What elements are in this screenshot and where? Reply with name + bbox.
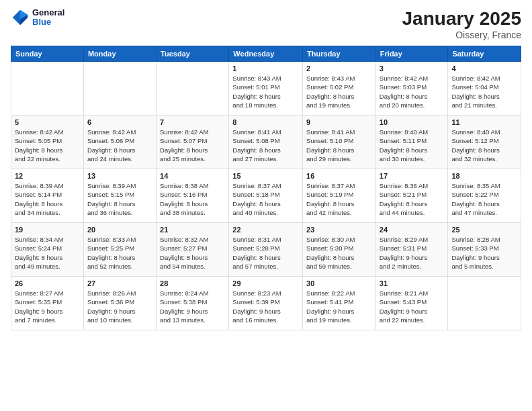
calendar-cell: 30Sunrise: 8:22 AM Sunset: 5:41 PM Dayli… [303, 277, 376, 330]
calendar-cell: 28Sunrise: 8:24 AM Sunset: 5:38 PM Dayli… [157, 277, 229, 330]
weekday-row: SundayMondayTuesdayWednesdayThursdayFrid… [11, 46, 521, 62]
calendar-table: SundayMondayTuesdayWednesdayThursdayFrid… [11, 46, 521, 330]
calendar-week-row: 1Sunrise: 8:43 AM Sunset: 5:01 PM Daylig… [11, 62, 521, 116]
day-detail: Sunrise: 8:40 AM Sunset: 5:12 PM Dayligh… [451, 128, 517, 163]
weekday-header: Sunday [11, 46, 84, 62]
calendar-cell: 8Sunrise: 8:41 AM Sunset: 5:08 PM Daylig… [229, 116, 303, 169]
day-detail: Sunrise: 8:43 AM Sunset: 5:01 PM Dayligh… [232, 74, 299, 109]
day-number: 23 [306, 226, 372, 234]
day-detail: Sunrise: 8:33 AM Sunset: 5:25 PM Dayligh… [87, 235, 152, 271]
calendar-cell: 4Sunrise: 8:42 AM Sunset: 5:04 PM Daylig… [448, 62, 521, 116]
day-detail: Sunrise: 8:42 AM Sunset: 5:04 PM Dayligh… [451, 74, 517, 109]
day-number: 17 [380, 172, 445, 180]
calendar-cell: 12Sunrise: 8:39 AM Sunset: 5:14 PM Dayli… [11, 169, 84, 223]
logo: General Blue [11, 8, 64, 28]
day-number: 14 [160, 172, 225, 180]
day-detail: Sunrise: 8:28 AM Sunset: 5:33 PM Dayligh… [451, 235, 517, 271]
calendar-cell: 5Sunrise: 8:42 AM Sunset: 5:05 PM Daylig… [11, 116, 84, 169]
day-number: 7 [160, 118, 225, 126]
day-detail: Sunrise: 8:23 AM Sunset: 5:39 PM Dayligh… [232, 289, 299, 324]
calendar-week-row: 19Sunrise: 8:34 AM Sunset: 5:24 PM Dayli… [11, 223, 521, 277]
day-detail: Sunrise: 8:36 AM Sunset: 5:21 PM Dayligh… [380, 181, 445, 217]
day-detail: Sunrise: 8:26 AM Sunset: 5:36 PM Dayligh… [87, 289, 152, 324]
day-detail: Sunrise: 8:42 AM Sunset: 5:07 PM Dayligh… [160, 128, 225, 163]
calendar-cell: 29Sunrise: 8:23 AM Sunset: 5:39 PM Dayli… [229, 277, 303, 330]
day-detail: Sunrise: 8:41 AM Sunset: 5:10 PM Dayligh… [306, 128, 372, 163]
day-number: 13 [87, 172, 152, 180]
calendar-cell: 26Sunrise: 8:27 AM Sunset: 5:35 PM Dayli… [11, 277, 84, 330]
day-number: 2 [306, 64, 372, 73]
day-number: 27 [87, 279, 152, 287]
calendar-cell: 19Sunrise: 8:34 AM Sunset: 5:24 PM Dayli… [11, 223, 84, 277]
day-number: 29 [232, 279, 299, 287]
day-number: 31 [380, 279, 445, 287]
header: General Blue January 2025 Oissery, Franc… [11, 8, 521, 40]
day-number: 28 [160, 279, 225, 287]
calendar-cell: 22Sunrise: 8:31 AM Sunset: 5:28 PM Dayli… [229, 223, 303, 277]
day-number: 6 [87, 118, 152, 126]
day-number: 20 [87, 226, 152, 234]
weekday-header: Wednesday [229, 46, 303, 62]
day-detail: Sunrise: 8:43 AM Sunset: 5:02 PM Dayligh… [306, 74, 372, 109]
calendar-cell: 10Sunrise: 8:40 AM Sunset: 5:11 PM Dayli… [375, 116, 448, 169]
day-detail: Sunrise: 8:32 AM Sunset: 5:27 PM Dayligh… [160, 235, 225, 271]
logo-line1: General [32, 8, 64, 17]
calendar-cell: 6Sunrise: 8:42 AM Sunset: 5:06 PM Daylig… [83, 116, 156, 169]
day-number: 3 [380, 64, 445, 73]
day-detail: Sunrise: 8:21 AM Sunset: 5:43 PM Dayligh… [380, 289, 445, 324]
day-detail: Sunrise: 8:24 AM Sunset: 5:38 PM Dayligh… [160, 289, 225, 324]
day-detail: Sunrise: 8:37 AM Sunset: 5:18 PM Dayligh… [232, 181, 299, 217]
calendar-cell: 16Sunrise: 8:37 AM Sunset: 5:19 PM Dayli… [303, 169, 376, 223]
calendar-cell: 9Sunrise: 8:41 AM Sunset: 5:10 PM Daylig… [303, 116, 376, 169]
day-number: 11 [451, 118, 517, 126]
day-detail: Sunrise: 8:22 AM Sunset: 5:41 PM Dayligh… [306, 289, 372, 324]
day-number: 12 [15, 172, 80, 180]
day-number: 22 [232, 226, 299, 234]
calendar-cell [157, 62, 229, 116]
day-number: 10 [380, 118, 445, 126]
calendar-cell: 20Sunrise: 8:33 AM Sunset: 5:25 PM Dayli… [83, 223, 156, 277]
weekday-header: Tuesday [157, 46, 229, 62]
day-detail: Sunrise: 8:34 AM Sunset: 5:24 PM Dayligh… [15, 235, 80, 271]
day-number: 30 [306, 279, 372, 287]
logo-text: General Blue [32, 8, 64, 28]
page: General Blue January 2025 Oissery, Franc… [0, 0, 532, 411]
calendar-cell: 2Sunrise: 8:43 AM Sunset: 5:02 PM Daylig… [303, 62, 376, 116]
day-number: 8 [232, 118, 299, 126]
calendar-cell: 31Sunrise: 8:21 AM Sunset: 5:43 PM Dayli… [375, 277, 448, 330]
calendar-week-row: 5Sunrise: 8:42 AM Sunset: 5:05 PM Daylig… [11, 116, 521, 169]
calendar-cell: 7Sunrise: 8:42 AM Sunset: 5:07 PM Daylig… [157, 116, 229, 169]
day-detail: Sunrise: 8:30 AM Sunset: 5:30 PM Dayligh… [306, 235, 372, 271]
calendar-cell: 27Sunrise: 8:26 AM Sunset: 5:36 PM Dayli… [83, 277, 156, 330]
calendar-body: 1Sunrise: 8:43 AM Sunset: 5:01 PM Daylig… [11, 62, 521, 330]
calendar-cell [11, 62, 84, 116]
calendar-cell: 15Sunrise: 8:37 AM Sunset: 5:18 PM Dayli… [229, 169, 303, 223]
calendar-cell: 3Sunrise: 8:42 AM Sunset: 5:03 PM Daylig… [375, 62, 448, 116]
day-detail: Sunrise: 8:42 AM Sunset: 5:06 PM Dayligh… [87, 128, 152, 163]
calendar-cell: 25Sunrise: 8:28 AM Sunset: 5:33 PM Dayli… [448, 223, 521, 277]
weekday-header: Friday [375, 46, 448, 62]
calendar-cell: 11Sunrise: 8:40 AM Sunset: 5:12 PM Dayli… [448, 116, 521, 169]
calendar-cell [83, 62, 156, 116]
day-detail: Sunrise: 8:35 AM Sunset: 5:22 PM Dayligh… [451, 181, 517, 217]
calendar-cell: 24Sunrise: 8:29 AM Sunset: 5:31 PM Dayli… [375, 223, 448, 277]
calendar-cell: 17Sunrise: 8:36 AM Sunset: 5:21 PM Dayli… [375, 169, 448, 223]
day-number: 21 [160, 226, 225, 234]
logo-line2: Blue [32, 17, 64, 27]
calendar-week-row: 26Sunrise: 8:27 AM Sunset: 5:35 PM Dayli… [11, 277, 521, 330]
day-number: 24 [380, 226, 445, 234]
calendar-week-row: 12Sunrise: 8:39 AM Sunset: 5:14 PM Dayli… [11, 169, 521, 223]
day-detail: Sunrise: 8:39 AM Sunset: 5:15 PM Dayligh… [87, 181, 152, 217]
calendar-cell [448, 277, 521, 330]
day-number: 25 [451, 226, 517, 234]
day-number: 5 [15, 118, 80, 126]
day-detail: Sunrise: 8:40 AM Sunset: 5:11 PM Dayligh… [380, 128, 445, 163]
day-detail: Sunrise: 8:42 AM Sunset: 5:05 PM Dayligh… [15, 128, 80, 163]
calendar-subtitle: Oissery, France [402, 30, 521, 40]
day-detail: Sunrise: 8:42 AM Sunset: 5:03 PM Dayligh… [380, 74, 445, 109]
weekday-header: Saturday [448, 46, 521, 62]
day-detail: Sunrise: 8:39 AM Sunset: 5:14 PM Dayligh… [15, 181, 80, 217]
weekday-header: Monday [83, 46, 156, 62]
day-number: 26 [15, 279, 80, 287]
calendar-title: January 2025 [402, 8, 521, 30]
